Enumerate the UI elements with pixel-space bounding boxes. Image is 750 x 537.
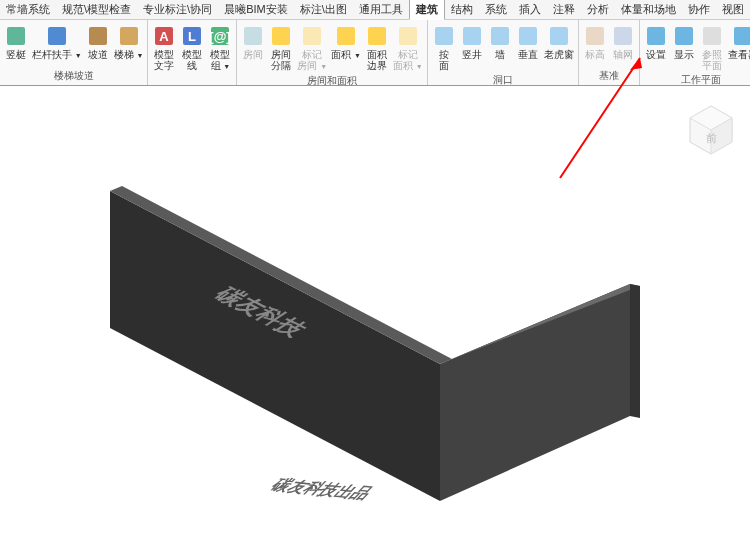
tab-3[interactable]: 晨曦BIM安装	[218, 0, 294, 19]
tab-5[interactable]: 通用工具	[353, 0, 409, 19]
svg-marker-27	[110, 191, 440, 501]
btn-标记面积: 标记面积 ▼	[391, 23, 425, 73]
ribbon-group-0: 竖梃栏杆扶手 ▼坡道楼梯 ▼楼梯坡道	[0, 20, 148, 85]
btn-参照平面: 参照平面	[698, 23, 726, 72]
watermark-text: 碳友科技出品	[268, 476, 375, 503]
tool-icon	[516, 24, 540, 48]
svg-text:[@]: [@]	[210, 29, 231, 44]
btn-label: 查看器	[728, 49, 750, 60]
ribbon-group-2: 房间房间分隔标记房间 ▼面积 ▼面积边界标记面积 ▼房间和面积	[237, 20, 427, 85]
tab-11[interactable]: 分析	[581, 0, 615, 19]
tool-icon	[4, 24, 28, 48]
btn-竖井[interactable]: 竖井	[458, 23, 486, 61]
ribbon-group-1: A模型文字L模型线[@]模型组 ▼	[148, 20, 237, 85]
tab-2[interactable]: 专业标注\协同	[137, 0, 218, 19]
svg-rect-22	[614, 27, 632, 45]
svg-text:前: 前	[706, 132, 717, 144]
btn-label: 标高	[585, 49, 605, 60]
svg-rect-12	[303, 27, 321, 45]
btn-label: 面积 ▼	[331, 49, 361, 61]
tab-13[interactable]: 协作	[682, 0, 716, 19]
tool-icon	[488, 24, 512, 48]
tab-12[interactable]: 体量和场地	[615, 0, 682, 19]
svg-rect-15	[399, 27, 417, 45]
svg-rect-18	[491, 27, 509, 45]
ribbon: 竖梃栏杆扶手 ▼坡道楼梯 ▼楼梯坡道A模型文字L模型线[@]模型组 ▼ 房间房间…	[0, 20, 750, 86]
btn-房间: 房间	[239, 23, 267, 61]
btn-label: 轴网	[613, 49, 633, 60]
svg-rect-10	[244, 27, 262, 45]
tool-icon	[432, 24, 456, 48]
svg-rect-20	[550, 27, 568, 45]
view-cube[interactable]: 前	[682, 100, 740, 158]
btn-设置[interactable]: 设置	[642, 23, 670, 61]
btn-label: 栏杆扶手 ▼	[32, 49, 82, 61]
tab-1[interactable]: 规范\模型检查	[56, 0, 137, 19]
tool-icon	[396, 24, 420, 48]
btn-查看器[interactable]: 查看器	[726, 23, 750, 61]
tool-icon: A	[152, 24, 176, 48]
btn-楼梯[interactable]: 楼梯 ▼	[112, 23, 146, 62]
svg-rect-25	[703, 27, 721, 45]
btn-label: 按面	[439, 49, 449, 71]
tab-4[interactable]: 标注\出图	[294, 0, 353, 19]
btn-label: 模型文字	[154, 49, 174, 71]
svg-text:A: A	[160, 29, 170, 44]
tab-10[interactable]: 注释	[547, 0, 581, 19]
btn-按面[interactable]: 按面	[430, 23, 458, 72]
svg-rect-19	[519, 27, 537, 45]
btn-垂直[interactable]: 垂直	[514, 23, 542, 61]
btn-label: 参照平面	[702, 49, 722, 71]
tab-14[interactable]: 视图	[716, 0, 750, 19]
btn-模型线[interactable]: L模型线	[178, 23, 206, 72]
btn-标高: 标高	[581, 23, 609, 61]
svg-text:L: L	[188, 29, 196, 44]
svg-rect-17	[463, 27, 481, 45]
btn-label: 模型线	[182, 49, 202, 71]
btn-label: 楼梯 ▼	[114, 49, 144, 61]
svg-rect-13	[337, 27, 355, 45]
btn-显示[interactable]: 显示	[670, 23, 698, 61]
btn-label: 房间分隔	[271, 49, 291, 71]
tool-icon	[269, 24, 293, 48]
svg-rect-1	[48, 27, 66, 45]
tab-0[interactable]: 常墙系统	[0, 0, 56, 19]
btn-模型文字[interactable]: A模型文字	[150, 23, 178, 72]
tab-9[interactable]: 插入	[513, 0, 547, 19]
tool-icon	[460, 24, 484, 48]
tool-icon	[365, 24, 389, 48]
group-label: 楼梯坡道	[2, 68, 145, 85]
tab-8[interactable]: 系统	[479, 0, 513, 19]
tool-icon	[117, 24, 141, 48]
btn-label: 模型组 ▼	[210, 49, 230, 72]
btn-模型组[interactable]: [@]模型组 ▼	[206, 23, 234, 73]
tool-icon	[700, 24, 724, 48]
tool-icon	[644, 24, 668, 48]
btn-房间分隔[interactable]: 房间分隔	[267, 23, 295, 72]
btn-墙[interactable]: 墙	[486, 23, 514, 61]
tab-6[interactable]: 建筑	[409, 0, 445, 20]
btn-面积[interactable]: 面积 ▼	[329, 23, 363, 62]
btn-坡道[interactable]: 坡道	[84, 23, 112, 61]
btn-栏杆扶手[interactable]: 栏杆扶手 ▼	[30, 23, 84, 62]
btn-老虎窗[interactable]: 老虎窗	[542, 23, 576, 61]
tool-icon	[672, 24, 696, 48]
tool-icon	[611, 24, 635, 48]
btn-label: 坡道	[88, 49, 108, 60]
tool-icon	[547, 24, 571, 48]
tab-7[interactable]: 结构	[445, 0, 479, 19]
model-viewport[interactable]: 碳友科技 碳友科技出品	[0, 86, 750, 537]
ribbon-group-5: 设置显示参照平面查看器工作平面	[640, 20, 750, 85]
btn-label: 显示	[674, 49, 694, 60]
svg-marker-29	[440, 284, 630, 501]
svg-rect-23	[647, 27, 665, 45]
tool-icon	[334, 24, 358, 48]
btn-竖梃[interactable]: 竖梃	[2, 23, 30, 61]
btn-label: 标记房间 ▼	[297, 49, 327, 72]
tool-icon	[583, 24, 607, 48]
btn-面积边界[interactable]: 面积边界	[363, 23, 391, 72]
btn-label: 面积边界	[367, 49, 387, 71]
ribbon-group-4: 标高轴网基准	[579, 20, 640, 85]
tool-icon: [@]	[208, 24, 232, 48]
btn-轴网: 轴网	[609, 23, 637, 61]
